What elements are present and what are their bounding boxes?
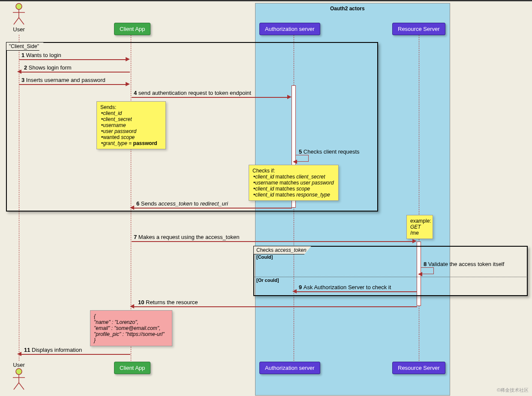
note-response-l2: "name" : "Lorenzo", [94, 319, 168, 325]
note-sends-i3: username [101, 122, 162, 128]
svg-line-8 [14, 383, 19, 390]
note-sends-i6: grant_type = password [101, 140, 162, 146]
msg-4: 4 send authentication request to token e… [134, 90, 251, 96]
arrow-4 [132, 97, 288, 98]
note-checks-l2: username matches user password [253, 180, 335, 186]
arrow-6 [133, 208, 292, 209]
actor-user-top: User [11, 3, 27, 33]
note-response-l1: { [94, 313, 168, 319]
frame-checks-token-label: Checks access_token [254, 246, 311, 254]
guard-could: [Could] [256, 254, 273, 260]
note-sends-i5: wanted scope [101, 134, 162, 140]
arrow-11 [21, 354, 130, 355]
msg-6: 6 Sends access_token to redirect_uri [136, 200, 228, 207]
svg-point-5 [16, 369, 22, 375]
arrow-6-head [130, 206, 134, 210]
note-example: example: GET /me [406, 215, 433, 239]
arrow-1 [19, 59, 126, 60]
participant-client-app-bottom: Client App [114, 362, 150, 374]
note-example-l2: GET /me [410, 224, 429, 236]
arrow-9 [296, 291, 417, 292]
note-checks-l1: client_id matches client_secret [253, 174, 335, 180]
arrow-10 [133, 306, 417, 307]
alt-separator [254, 277, 527, 277]
msg-1: 1 Wants to login [21, 52, 61, 58]
note-response-l5: } [94, 337, 168, 343]
note-sends-i2: client_secret [101, 116, 162, 122]
participant-resource-server-bottom: Resource Server [392, 362, 445, 374]
arrow-5-loop [296, 155, 309, 162]
note-checks-title: Checks if: [252, 168, 335, 174]
arrow-7-head [412, 239, 417, 243]
participant-auth-server-top: Authorization server [259, 23, 320, 35]
arrow-3-head [126, 82, 130, 86]
msg-7: 7 Makes a request using the access_token [134, 234, 239, 240]
note-example-l1: example: [410, 218, 429, 224]
participant-client-app-top: Client App [114, 23, 150, 35]
note-sends: Sends: client_id client_secret username … [96, 101, 166, 149]
arrow-2 [21, 72, 130, 73]
svg-line-4 [19, 18, 24, 24]
participant-resource-server-top: Resource Server [392, 23, 445, 35]
actor-user-top-label: User [11, 26, 27, 33]
note-checks-l4: client_id matches response_type [253, 192, 335, 198]
arrow-4-head [287, 95, 292, 99]
note-sends-i4: user password [101, 128, 162, 134]
arrow-7 [132, 241, 413, 242]
msg-9: 9 Ask Authorization Server to check it [299, 284, 391, 290]
arrow-9-head [292, 289, 297, 293]
arrow-8-loop [421, 267, 434, 274]
note-response-l3: "email" : "some@email.com", [94, 325, 168, 331]
note-response: { "name" : "Lorenzo", "email" : "some@em… [90, 310, 172, 346]
svg-point-0 [16, 3, 22, 9]
actor-user-bottom-label: User [11, 362, 27, 368]
msg-3: 3 Inserts username and password [21, 77, 105, 83]
svg-line-3 [14, 18, 19, 24]
oauth2-actors-title: Oauth2 actors [330, 6, 365, 12]
arrow-10-head [130, 304, 134, 308]
svg-line-9 [19, 383, 24, 390]
arrow-3 [19, 84, 126, 85]
msg-10: 10 Returns the resource [138, 299, 198, 305]
actor-user-bottom: User [11, 361, 27, 390]
note-response-l4: "profile_pic" : "https://some-url" [94, 331, 168, 337]
arrow-8-head [418, 272, 422, 276]
frame-client-side-label: "Client_Side" [6, 42, 44, 51]
note-checks-l3: client_id matches scope [253, 186, 335, 192]
lifeline-resource-server [419, 35, 419, 361]
guard-or-could: [Or could] [256, 278, 279, 283]
msg-11: 11 Displays information [24, 347, 82, 353]
arrow-11-head [17, 352, 21, 356]
msg-8: 8 Validate the access token itself [424, 261, 504, 267]
participant-auth-server-bottom: Authorization server [259, 362, 320, 374]
note-sends-title: Sends: [100, 104, 162, 110]
watermark: ©稀金技术社区 [497, 387, 529, 393]
arrow-1-head [126, 57, 130, 61]
msg-5: 5 Checks client requests [299, 148, 360, 155]
arrow-2-head [17, 70, 21, 74]
note-sends-i1: client_id [101, 110, 162, 116]
arrow-5-head [293, 160, 297, 164]
msg-2: 2 Shows login form [24, 64, 72, 71]
note-checks: Checks if: client_id matches client_secr… [249, 165, 339, 201]
